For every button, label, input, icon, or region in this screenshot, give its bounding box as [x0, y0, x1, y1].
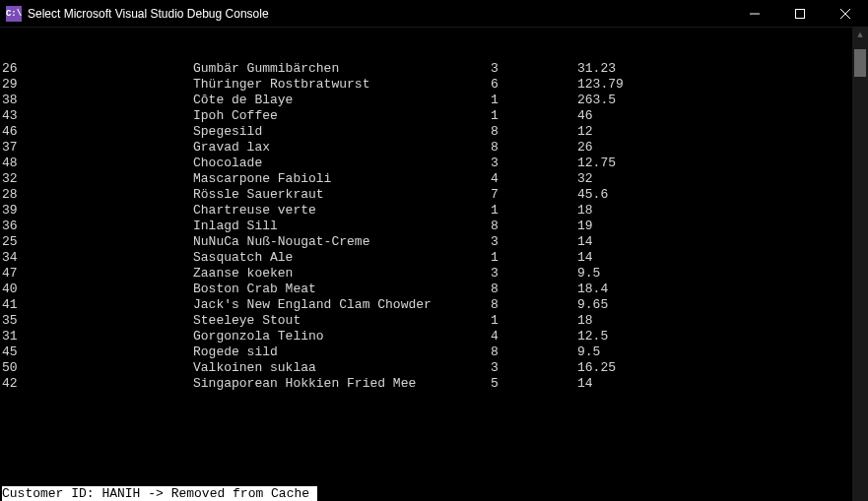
- row-qty: 1: [491, 313, 577, 329]
- row-name: Gravad lax: [193, 140, 491, 156]
- row-qty: 3: [491, 156, 577, 171]
- table-row: 39Chartreuse verte118: [2, 203, 852, 219]
- row-name: Boston Crab Meat: [193, 282, 491, 297]
- table-row: 38Côte de Blaye1263.5: [2, 93, 852, 108]
- table-row: 32Mascarpone Fabioli432: [2, 171, 852, 187]
- row-name: Valkoinen suklaa: [193, 360, 491, 376]
- row-id: 45: [2, 344, 193, 360]
- table-row: 26Gumbär Gummibärchen331.23: [2, 61, 852, 77]
- row-qty: 3: [491, 360, 577, 376]
- table-row: 31Gorgonzola Telino412.5: [2, 329, 852, 344]
- row-qty: 1: [491, 108, 577, 124]
- row-name: Sasquatch Ale: [193, 250, 491, 266]
- table-row: 46Spegesild812: [2, 124, 852, 140]
- table-row: 34Sasquatch Ale114: [2, 250, 852, 266]
- row-id: 35: [2, 313, 193, 329]
- row-qty: 8: [491, 124, 577, 140]
- row-qty: 3: [491, 234, 577, 250]
- table-row: 43Ipoh Coffee146: [2, 108, 852, 124]
- row-value: 26: [577, 140, 593, 156]
- row-qty: 4: [491, 329, 577, 344]
- window-title: Select Microsoft Visual Studio Debug Con…: [28, 7, 732, 21]
- row-name: Chocolade: [193, 156, 491, 171]
- table-row: 48Chocolade312.75: [2, 156, 852, 171]
- row-id: 37: [2, 140, 193, 156]
- blank-line: [2, 423, 852, 455]
- table-row: 28Rössle Sauerkraut745.6: [2, 187, 852, 203]
- row-value: 31.23: [577, 61, 616, 77]
- row-name: Mascarpone Fabioli: [193, 171, 491, 187]
- table-row: 50Valkoinen suklaa316.25: [2, 360, 852, 376]
- row-id: 26: [2, 61, 193, 77]
- row-value: 9.5: [577, 344, 600, 360]
- row-value: 32: [577, 171, 593, 187]
- row-value: 19: [577, 219, 593, 234]
- scroll-thumb[interactable]: [854, 49, 866, 77]
- row-value: 12: [577, 124, 593, 140]
- table-row: 47Zaanse koeken39.5: [2, 266, 852, 282]
- row-id: 36: [2, 219, 193, 234]
- row-name: Rogede sild: [193, 344, 491, 360]
- row-id: 31: [2, 329, 193, 344]
- row-name: NuNuCa Nuß-Nougat-Creme: [193, 234, 491, 250]
- row-value: 46: [577, 108, 593, 124]
- maximize-button[interactable]: [777, 0, 823, 27]
- table-row: 36Inlagd Sill819: [2, 219, 852, 234]
- row-id: 32: [2, 171, 193, 187]
- row-qty: 4: [491, 171, 577, 187]
- row-name: Côte de Blaye: [193, 93, 491, 108]
- table-row: 29Thüringer Rostbratwurst6123.79: [2, 77, 852, 93]
- row-qty: 5: [491, 376, 577, 392]
- row-name: Singaporean Hokkien Fried Mee: [193, 376, 491, 392]
- row-name: Zaanse koeken: [193, 266, 491, 282]
- row-value: 263.5: [577, 93, 616, 108]
- row-qty: 1: [491, 93, 577, 108]
- row-qty: 6: [491, 77, 577, 93]
- row-id: 47: [2, 266, 193, 282]
- row-name: Spegesild: [193, 124, 491, 140]
- row-id: 29: [2, 77, 193, 93]
- row-id: 42: [2, 376, 193, 392]
- row-qty: 8: [491, 282, 577, 297]
- row-qty: 1: [491, 203, 577, 219]
- row-id: 46: [2, 124, 193, 140]
- row-qty: 3: [491, 61, 577, 77]
- highlight-selection: Customer ID: HANIH -> Removed from Cache: [2, 486, 317, 501]
- row-value: 45.6: [577, 187, 608, 203]
- row-id: 25: [2, 234, 193, 250]
- row-value: 9.65: [577, 297, 608, 313]
- row-id: 28: [2, 187, 193, 203]
- row-name: Chartreuse verte: [193, 203, 491, 219]
- table-row: 40Boston Crab Meat818.4: [2, 282, 852, 297]
- row-id: 48: [2, 156, 193, 171]
- close-button[interactable]: [823, 0, 868, 27]
- content-area: 26Gumbär Gummibärchen331.2329Thüringer R…: [0, 28, 868, 501]
- window-controls: [732, 0, 868, 27]
- row-value: 18: [577, 313, 593, 329]
- console-output[interactable]: 26Gumbär Gummibärchen331.2329Thüringer R…: [0, 28, 852, 501]
- table-row: 37Gravad lax826: [2, 140, 852, 156]
- row-name: Rössle Sauerkraut: [193, 187, 491, 203]
- row-value: 14: [577, 234, 593, 250]
- minimize-button[interactable]: [732, 0, 777, 27]
- svg-rect-1: [796, 9, 805, 18]
- row-value: 18.4: [577, 282, 608, 297]
- row-name: Gumbär Gummibärchen: [193, 61, 491, 77]
- row-qty: 8: [491, 344, 577, 360]
- table-row: 35Steeleye Stout118: [2, 313, 852, 329]
- titlebar: C:\ Select Microsoft Visual Studio Debug…: [0, 0, 868, 28]
- row-name: Thüringer Rostbratwurst: [193, 77, 491, 93]
- row-id: 38: [2, 93, 193, 108]
- row-name: Ipoh Coffee: [193, 108, 491, 124]
- row-value: 12.5: [577, 329, 608, 344]
- scroll-up-arrow[interactable]: ▲: [852, 28, 868, 43]
- row-name: Jack's New England Clam Chowder: [193, 297, 491, 313]
- row-value: 9.5: [577, 266, 600, 282]
- row-id: 41: [2, 297, 193, 313]
- row-value: 123.79: [577, 77, 624, 93]
- row-qty: 3: [491, 266, 577, 282]
- table-row: 45Rogede sild89.5: [2, 344, 852, 360]
- row-qty: 8: [491, 297, 577, 313]
- row-name: Gorgonzola Telino: [193, 329, 491, 344]
- vertical-scrollbar[interactable]: ▲: [852, 28, 868, 501]
